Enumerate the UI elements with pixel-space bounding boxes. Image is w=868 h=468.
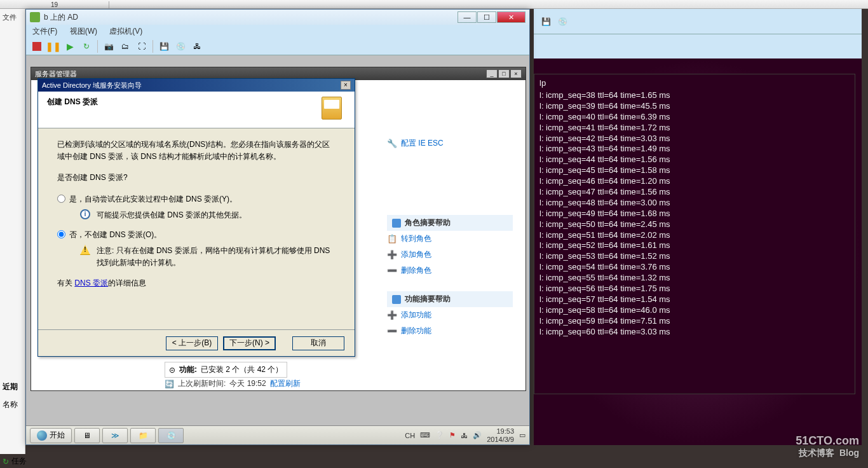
features-label: 功能: — [179, 364, 197, 375]
minimize-button[interactable]: — — [458, 11, 477, 23]
taskbar-app-media[interactable]: 💿 — [158, 428, 184, 443]
terminal-text: lp — [539, 77, 850, 90]
back-button[interactable]: < 上一步(B) — [166, 336, 218, 350]
next-button[interactable]: 下一步(N) > — [223, 336, 276, 350]
collapse-icon[interactable]: ⊝ — [169, 366, 175, 375]
add-feature-link[interactable]: ➕添加功能 — [387, 307, 513, 323]
delete-feature-link[interactable]: ➖删除功能 — [387, 323, 513, 339]
refresh-icon: 🔄 — [165, 380, 174, 389]
tray-sound-icon[interactable]: 🔊 — [473, 431, 482, 439]
cd-icon[interactable]: 💿 — [557, 16, 568, 27]
refresh-time: 今天 19:52 — [229, 378, 266, 389]
host-taskbar-tabs: 19 — [0, 0, 868, 9]
wizard-footer: < 上一步(B) 下一步(N) > 取消 — [38, 329, 355, 356]
vm-menubar: 文件(F) 视图(W) 虚拟机(V) — [26, 25, 529, 38]
terminal-window[interactable]: lp l: icmp_seq=38 ttl=64 time=1.65 msl: … — [534, 74, 855, 394]
vm-titlebar[interactable]: b 上的 AD — ☐ ✕ — [26, 10, 529, 25]
terminal-line: l: icmp_seq=55 ttl=64 time=1.32 ms — [539, 273, 850, 284]
cdrom-icon[interactable]: 💿 — [175, 41, 186, 52]
srvmgr-close-button[interactable]: × — [510, 69, 522, 78]
maximize-button[interactable]: ☐ — [477, 11, 496, 23]
delete-role-link[interactable]: ➖删除角色 — [387, 263, 513, 279]
play-button[interactable]: ▶ — [64, 41, 76, 52]
stop-button[interactable] — [31, 41, 43, 52]
wizard-titlebar[interactable]: Active Directory 域服务安装向导 × — [38, 79, 355, 92]
wizard-question: 是否创建 DNS 委派? — [57, 172, 336, 184]
wizard-body: 已检测到该域的父区域的现有域名系统(DNS)结构。您必须在指向该服务器的父区域中… — [38, 128, 355, 308]
radio-no-delegation[interactable]: 否，不创建 DNS 委派(O)。 — [57, 229, 336, 241]
radio-yes-input[interactable] — [57, 195, 65, 203]
role-summary-header: 角色摘要帮助 — [387, 215, 513, 231]
recent-tasks-label: 近期 — [3, 382, 18, 392]
reset-button[interactable]: ↻ — [81, 41, 92, 52]
start-orb-icon — [37, 430, 47, 441]
watermark-line3: Blog — [839, 448, 859, 458]
terminal-line: l: icmp_seq=45 ttl=64 time=1.58 ms — [539, 165, 850, 176]
add-role-link[interactable]: ➕添加角色 — [387, 247, 513, 263]
disk-icon[interactable]: 💾 — [540, 16, 552, 27]
more-info-text: 有关 DNS 委派的详细信息 — [57, 277, 336, 289]
floppy-icon[interactable]: 💾 — [158, 41, 170, 52]
watermark-line2: 技术博客 — [799, 448, 834, 458]
terminal-line: l: icmp_seq=43 ttl=64 time=1.49 ms — [539, 144, 850, 155]
fullscreen-icon[interactable]: ⛶ — [136, 41, 147, 52]
terminal-line: l: icmp_seq=57 ttl=64 time=1.54 ms — [539, 294, 850, 305]
tray-show-desktop[interactable]: ▭ — [519, 431, 526, 439]
task-row: ↻ 任务 — [3, 456, 27, 467]
wizard-book-icon — [322, 97, 347, 122]
ubuntu-vm-window: 💾 💿 ⇅ 🔊 ✉ Mon Mar 10, 3:53 AM ⏻ andy lp … — [534, 9, 862, 445]
refresh-status: 🔄 上次刷新时间: 今天 19:52 配置刷新 — [165, 378, 519, 389]
terminal-line: l: icmp_seq=49 ttl=64 time=1.68 ms — [539, 209, 850, 219]
radio-no-input[interactable] — [57, 230, 65, 238]
cancel-button[interactable]: 取消 — [292, 336, 344, 350]
tray-action-center-icon[interactable]: ⚑ — [449, 431, 456, 439]
task-label: 任务 — [11, 456, 27, 467]
close-button[interactable]: ✕ — [497, 11, 526, 23]
dns-delegation-link[interactable]: DNS 委派 — [74, 279, 108, 287]
info-icon: i — [80, 209, 90, 219]
terminal-line: l: icmp_seq=41 ttl=64 time=1.72 ms — [539, 123, 850, 134]
server-manager-title: 服务器管理器 — [35, 69, 485, 79]
wizard-close-button[interactable]: × — [341, 81, 351, 90]
hint-no-text: 注意: 只有在创建 DNS 委派后，网络中的现有计算机才能够使用 DNS 找到此… — [97, 245, 336, 269]
nic-icon[interactable]: 🖧 — [191, 41, 203, 52]
start-label: 开始 — [50, 430, 65, 441]
snapshot-icon[interactable]: 📷 — [103, 41, 114, 52]
system-tray: CH ⌨ ❔ ⚑ 🖧 🔊 19:53 2014/3/9 ▭ — [405, 427, 526, 443]
menu-view[interactable]: 视图(W) — [70, 27, 97, 36]
warning-icon — [80, 245, 90, 255]
tray-clock[interactable]: 19:53 2014/3/9 — [487, 427, 514, 443]
goto-role-link[interactable]: 📋转到角色 — [387, 231, 513, 247]
taskbar-app-explorer[interactable]: 📁 — [130, 428, 156, 443]
features-status-row: ⊝ 功能: 已安装 2 个（共 42 个） — [165, 362, 519, 378]
sidebar-file-label[interactable]: 文件 — [1, 11, 24, 24]
name-column-label: 名称 — [3, 399, 18, 410]
srvmgr-minimize-button[interactable]: _ — [486, 69, 498, 78]
start-button[interactable]: 开始 — [30, 428, 72, 443]
snapshot-mgr-icon[interactable]: 🗂 — [119, 41, 131, 52]
tray-network-icon[interactable]: 🖧 — [461, 432, 468, 439]
wizard-header: 创建 DNS 委派 — [38, 92, 355, 128]
terminal-line: l: icmp_seq=60 ttl=64 time=3.03 ms — [539, 327, 850, 338]
terminal-line: l: icmp_seq=46 ttl=64 time=1.20 ms — [539, 176, 850, 187]
refresh-label: 上次刷新时间: — [178, 378, 226, 389]
taskbar-app-powershell[interactable]: ≫ — [102, 428, 128, 443]
ime-indicator[interactable]: CH — [405, 432, 415, 439]
terminal-line: l: icmp_seq=56 ttl=64 time=1.75 ms — [539, 284, 850, 294]
watermark: 51CTO.com 技术博客 Blog — [796, 434, 859, 459]
radio-yes-label: 是，自动尝试在此安装过程中创建 DNS 委派(Y)。 — [69, 193, 237, 205]
task-arrow-icon: ↻ — [3, 457, 9, 466]
srvmgr-maximize-button[interactable]: □ — [498, 69, 510, 78]
config-ie-esc-link[interactable]: 🔧配置 IE ESC — [387, 135, 513, 151]
taskbar-app-server-manager[interactable]: 🖥 — [74, 428, 100, 443]
tray-keyboard-icon[interactable]: ⌨ — [420, 431, 430, 439]
menu-vm[interactable]: 虚拟机(V) — [109, 27, 142, 36]
ubuntu-vm-toolbar: 💾 💿 — [534, 9, 862, 34]
config-refresh-link[interactable]: 配置刷新 — [270, 378, 301, 389]
menu-file[interactable]: 文件(F) — [32, 27, 57, 36]
pause-button[interactable]: ❚❚ — [48, 41, 59, 52]
radio-create-delegation[interactable]: 是，自动尝试在此安装过程中创建 DNS 委派(Y)。 — [57, 193, 336, 205]
tray-help-icon[interactable]: ❔ — [435, 431, 444, 439]
wizard-title: Active Directory 域服务安装向导 — [42, 81, 341, 90]
wizard-intro-text: 已检测到该域的父区域的现有域名系统(DNS)结构。您必须在指向该服务器的父区域中… — [57, 139, 336, 163]
